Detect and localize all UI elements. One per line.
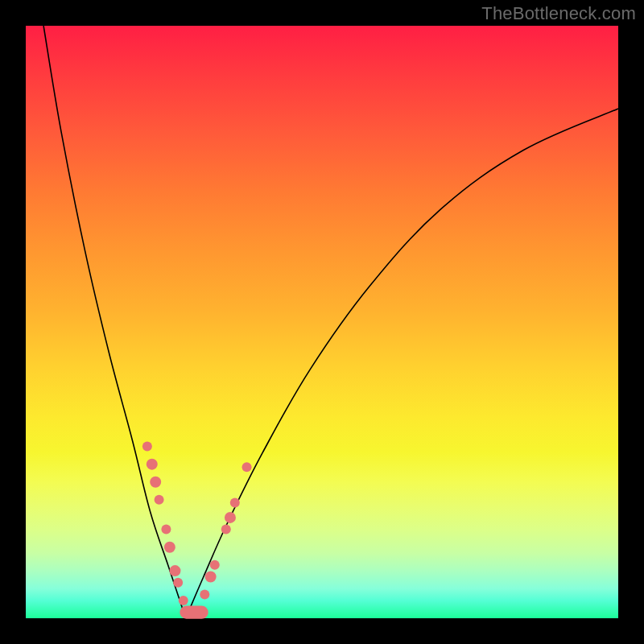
bead-marker [155,495,164,505]
watermark-text: TheBottleneck.com [481,3,636,24]
bead-marker [164,542,175,553]
bead-marker [221,525,231,535]
bead-marker [173,578,183,588]
chart-frame: TheBottleneck.com [0,0,644,644]
bead-cluster [142,442,252,605]
plot-area [26,26,618,618]
bead-marker [230,497,240,507]
bead-marker [169,565,180,576]
bead-bottom-band [180,606,208,619]
bead-marker [150,477,161,488]
bead-marker [142,442,152,452]
bead-marker [210,560,220,570]
bead-marker [205,571,217,582]
bead-marker [147,459,158,470]
bead-marker [225,512,236,523]
curve-right [186,109,618,618]
bead-marker [200,590,209,600]
bead-marker [179,596,188,605]
bead-marker [242,462,252,472]
curve-layer [26,26,618,618]
bead-marker [161,525,171,535]
